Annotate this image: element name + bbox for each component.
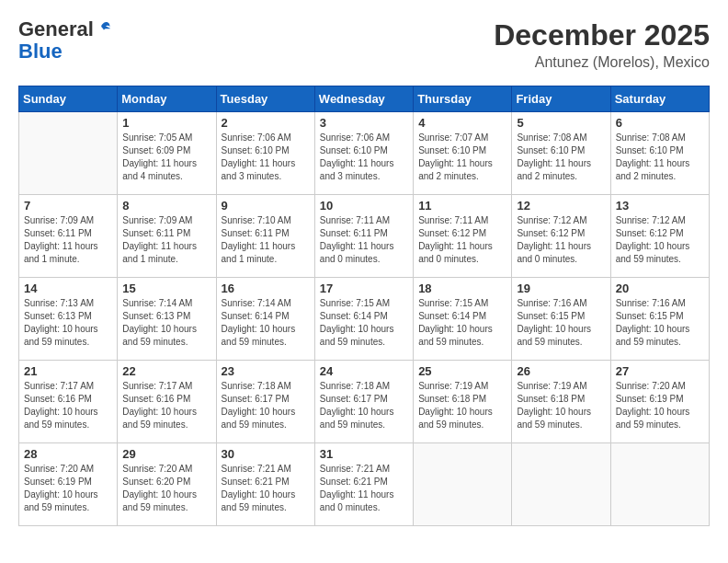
calendar-cell [512,443,610,526]
day-number: 2 [222,116,310,130]
calendar-header-row: SundayMondayTuesdayWednesdayThursdayFrid… [19,86,710,112]
day-info: Sunrise: 7:20 AM Sunset: 6:19 PM Dayligh… [616,380,704,431]
calendar-cell: 16Sunrise: 7:14 AM Sunset: 6:14 PM Dayli… [216,278,314,361]
day-number: 18 [418,282,506,295]
day-info: Sunrise: 7:05 AM Sunset: 6:09 PM Dayligh… [122,132,210,183]
day-info: Sunrise: 7:08 AM Sunset: 6:10 PM Dayligh… [616,132,704,183]
day-number: 10 [320,199,408,213]
calendar-cell: 26Sunrise: 7:19 AM Sunset: 6:18 PM Dayli… [512,361,610,443]
day-info: Sunrise: 7:12 AM Sunset: 6:12 PM Dayligh… [517,214,605,266]
calendar-week-row: 7Sunrise: 7:09 AM Sunset: 6:11 PM Daylig… [19,195,710,278]
page-header: General Blue December 2025 Antunez (More… [18,18,710,71]
day-number: 14 [24,282,112,295]
calendar-cell: 12Sunrise: 7:12 AM Sunset: 6:12 PM Dayli… [512,195,610,278]
calendar-week-row: 21Sunrise: 7:17 AM Sunset: 6:16 PM Dayli… [19,361,710,443]
calendar-cell: 31Sunrise: 7:21 AM Sunset: 6:21 PM Dayli… [314,443,413,526]
title-block: December 2025 Antunez (Morelos), Mexico [494,18,710,71]
calendar-cell: 2Sunrise: 7:06 AM Sunset: 6:10 PM Daylig… [216,112,314,195]
calendar-cell: 6Sunrise: 7:08 AM Sunset: 6:10 PM Daylig… [610,112,709,195]
calendar-cell: 18Sunrise: 7:15 AM Sunset: 6:14 PM Dayli… [414,278,512,361]
logo: General Blue [18,18,112,63]
day-number: 22 [122,364,210,378]
day-number: 5 [517,116,605,130]
calendar-cell: 10Sunrise: 7:11 AM Sunset: 6:11 PM Dayli… [314,195,413,278]
day-number: 12 [517,199,605,213]
day-info: Sunrise: 7:08 AM Sunset: 6:10 PM Dayligh… [517,132,605,183]
column-header-wednesday: Wednesday [314,86,413,112]
column-header-tuesday: Tuesday [216,86,314,112]
day-info: Sunrise: 7:09 AM Sunset: 6:11 PM Dayligh… [24,214,112,266]
day-info: Sunrise: 7:06 AM Sunset: 6:10 PM Dayligh… [222,132,310,183]
day-info: Sunrise: 7:09 AM Sunset: 6:11 PM Dayligh… [122,214,210,266]
calendar-week-row: 1Sunrise: 7:05 AM Sunset: 6:09 PM Daylig… [19,112,710,195]
month-title: December 2025 [494,18,710,52]
day-info: Sunrise: 7:21 AM Sunset: 6:21 PM Dayligh… [320,463,408,514]
day-info: Sunrise: 7:21 AM Sunset: 6:21 PM Dayligh… [222,463,310,514]
day-info: Sunrise: 7:19 AM Sunset: 6:18 PM Dayligh… [418,380,506,431]
calendar-cell: 17Sunrise: 7:15 AM Sunset: 6:14 PM Dayli… [314,278,413,361]
day-info: Sunrise: 7:13 AM Sunset: 6:13 PM Dayligh… [24,297,112,349]
day-number: 29 [122,447,210,461]
day-number: 28 [24,447,112,461]
day-number: 17 [320,282,408,295]
day-number: 21 [24,364,112,378]
day-info: Sunrise: 7:06 AM Sunset: 6:10 PM Dayligh… [320,132,408,183]
location-title: Antunez (Morelos), Mexico [494,54,710,71]
column-header-saturday: Saturday [610,86,709,112]
calendar-cell: 14Sunrise: 7:13 AM Sunset: 6:13 PM Dayli… [19,278,118,361]
day-info: Sunrise: 7:19 AM Sunset: 6:18 PM Dayligh… [517,380,605,431]
day-info: Sunrise: 7:12 AM Sunset: 6:12 PM Dayligh… [616,214,704,266]
calendar-cell: 7Sunrise: 7:09 AM Sunset: 6:11 PM Daylig… [19,195,118,278]
calendar-cell: 24Sunrise: 7:18 AM Sunset: 6:17 PM Dayli… [314,361,413,443]
day-number: 30 [222,447,310,461]
calendar-week-row: 14Sunrise: 7:13 AM Sunset: 6:13 PM Dayli… [19,278,710,361]
day-info: Sunrise: 7:15 AM Sunset: 6:14 PM Dayligh… [320,297,408,349]
day-number: 20 [616,282,704,295]
day-info: Sunrise: 7:16 AM Sunset: 6:15 PM Dayligh… [616,297,704,349]
day-info: Sunrise: 7:10 AM Sunset: 6:11 PM Dayligh… [222,214,310,266]
day-number: 16 [222,282,310,295]
calendar-cell [414,443,512,526]
day-number: 19 [517,282,605,295]
calendar-cell: 3Sunrise: 7:06 AM Sunset: 6:10 PM Daylig… [314,112,413,195]
day-info: Sunrise: 7:11 AM Sunset: 6:11 PM Dayligh… [320,214,408,266]
logo-blue-text: Blue [18,40,63,63]
calendar-cell: 22Sunrise: 7:17 AM Sunset: 6:16 PM Dayli… [118,361,216,443]
calendar-cell: 20Sunrise: 7:16 AM Sunset: 6:15 PM Dayli… [610,278,709,361]
day-number: 15 [122,282,210,295]
logo-general-text: General [18,18,94,40]
day-info: Sunrise: 7:17 AM Sunset: 6:16 PM Dayligh… [24,380,112,431]
day-info: Sunrise: 7:14 AM Sunset: 6:13 PM Dayligh… [122,297,210,349]
day-number: 6 [616,116,704,130]
calendar-cell: 30Sunrise: 7:21 AM Sunset: 6:21 PM Dayli… [216,443,314,526]
calendar-table: SundayMondayTuesdayWednesdayThursdayFrid… [18,86,710,526]
day-number: 4 [418,116,506,130]
day-info: Sunrise: 7:14 AM Sunset: 6:14 PM Dayligh… [222,297,310,349]
calendar-cell: 1Sunrise: 7:05 AM Sunset: 6:09 PM Daylig… [118,112,216,195]
day-number: 25 [418,364,506,378]
calendar-cell: 19Sunrise: 7:16 AM Sunset: 6:15 PM Dayli… [512,278,610,361]
calendar-cell: 5Sunrise: 7:08 AM Sunset: 6:10 PM Daylig… [512,112,610,195]
day-number: 31 [320,447,408,461]
column-header-monday: Monday [118,86,216,112]
day-info: Sunrise: 7:18 AM Sunset: 6:17 PM Dayligh… [222,380,310,431]
column-header-thursday: Thursday [414,86,512,112]
day-info: Sunrise: 7:16 AM Sunset: 6:15 PM Dayligh… [517,297,605,349]
day-info: Sunrise: 7:07 AM Sunset: 6:10 PM Dayligh… [418,132,506,183]
day-number: 27 [616,364,704,378]
calendar-cell: 27Sunrise: 7:20 AM Sunset: 6:19 PM Dayli… [610,361,709,443]
calendar-cell: 28Sunrise: 7:20 AM Sunset: 6:19 PM Dayli… [19,443,118,526]
calendar-cell: 15Sunrise: 7:14 AM Sunset: 6:13 PM Dayli… [118,278,216,361]
calendar-cell [19,112,118,195]
day-number: 3 [320,116,408,130]
column-header-sunday: Sunday [19,86,118,112]
logo-bird-icon [96,20,112,37]
calendar-cell: 23Sunrise: 7:18 AM Sunset: 6:17 PM Dayli… [216,361,314,443]
day-number: 1 [122,116,210,130]
calendar-week-row: 28Sunrise: 7:20 AM Sunset: 6:19 PM Dayli… [19,443,710,526]
calendar-cell: 13Sunrise: 7:12 AM Sunset: 6:12 PM Dayli… [610,195,709,278]
calendar-cell: 9Sunrise: 7:10 AM Sunset: 6:11 PM Daylig… [216,195,314,278]
day-info: Sunrise: 7:11 AM Sunset: 6:12 PM Dayligh… [418,214,506,266]
calendar-cell: 21Sunrise: 7:17 AM Sunset: 6:16 PM Dayli… [19,361,118,443]
day-info: Sunrise: 7:18 AM Sunset: 6:17 PM Dayligh… [320,380,408,431]
